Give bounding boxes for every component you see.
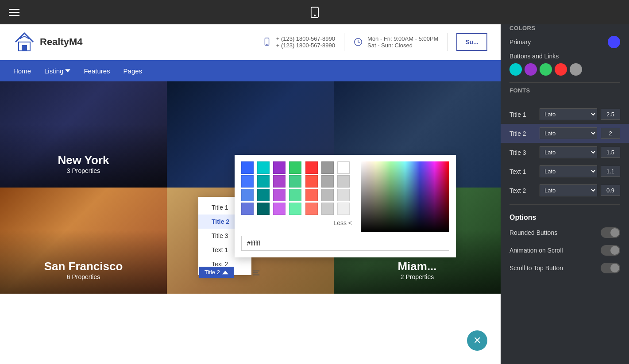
nav-pages[interactable]: Pages — [123, 67, 143, 75]
swatch-r2[interactable] — [305, 175, 318, 188]
picker-row: Less < — [241, 161, 449, 232]
svg-rect-3 — [22, 45, 27, 51]
close-button[interactable]: ✕ — [467, 330, 487, 351]
font-size-title1[interactable] — [601, 109, 620, 120]
swatch-lgt2[interactable] — [337, 189, 350, 201]
property-card-new-york[interactable]: New York 3 Properties — [0, 81, 167, 188]
swatch-purple[interactable] — [273, 161, 286, 174]
property-name-sf: San Francisco — [44, 260, 123, 273]
swatch-b4[interactable] — [241, 203, 254, 215]
font-select-text2[interactable]: Lato — [540, 184, 597, 196]
animation-scroll-toggle[interactable] — [601, 245, 620, 256]
chevron-up-icon — [222, 269, 228, 276]
btn-color-green[interactable] — [540, 63, 552, 76]
gradient-picker-area — [361, 161, 449, 232]
swatch-p2[interactable] — [273, 175, 286, 188]
options-label: Options — [509, 214, 536, 221]
divider2 — [447, 33, 448, 51]
swatch-gr4[interactable] — [321, 203, 334, 215]
nav-home[interactable]: Home — [13, 67, 31, 75]
swatch-p3[interactable] — [273, 189, 286, 201]
swatch-teal[interactable] — [257, 161, 270, 174]
font-name-title3: Title 3 — [509, 149, 536, 156]
nav-listing[interactable]: Listing — [44, 67, 70, 75]
swatch-gray[interactable] — [321, 161, 334, 174]
swatch-grid — [241, 161, 352, 215]
scroll-top-toggle[interactable] — [601, 263, 620, 273]
property-count-sf: 6 Properties — [67, 273, 100, 280]
option-animation-scroll: Animation on Scroll — [501, 241, 629, 259]
title2-label: Title 2 — [205, 269, 220, 276]
swatch-gr2[interactable] — [321, 175, 334, 188]
font-row-title3: Title 3 Lato — [501, 143, 629, 162]
site-nav: Home Listing Features Pages — [0, 60, 501, 81]
btn-color-teal[interactable] — [509, 63, 522, 76]
divider-options — [509, 204, 620, 205]
site-header: RealtyM4 + (123) 1800-567-8990 + (123) 1… — [0, 24, 501, 60]
hex-color-input[interactable] — [241, 236, 449, 251]
color-gradient[interactable] — [361, 161, 449, 232]
property-card-sf[interactable]: San Francisco 6 Properties — [0, 188, 167, 294]
swatch-b2[interactable] — [241, 175, 254, 188]
swatch-lgt3[interactable] — [337, 203, 350, 215]
swatch-green[interactable] — [289, 161, 301, 174]
property-count: 3 Properties — [67, 167, 100, 174]
font-row-text1: Text 1 Lato — [501, 162, 629, 181]
swatch-white[interactable] — [337, 161, 350, 174]
options-section-header: Options — [501, 209, 629, 224]
contact-info: + (123) 1800-567-8990 + (123) 1800-567-8… — [262, 33, 487, 51]
font-size-text2[interactable] — [601, 185, 620, 196]
mobile-preview-button[interactable] — [309, 6, 321, 19]
font-select-title3[interactable]: Lato — [540, 146, 597, 158]
swatch-b3[interactable] — [241, 189, 254, 201]
swatch-lgt[interactable] — [337, 175, 350, 188]
font-size-text1[interactable] — [601, 166, 620, 177]
property-name: New York — [58, 153, 109, 167]
phone-icon — [262, 37, 272, 47]
less-row: Less < — [241, 219, 352, 226]
font-row-text2: Text 2 Lato — [501, 181, 629, 200]
swatch-t3[interactable] — [257, 189, 270, 201]
font-size-title3[interactable] — [601, 147, 620, 158]
nav-features[interactable]: Features — [84, 67, 110, 75]
btn-color-purple[interactable] — [525, 63, 537, 76]
buttons-links-label: Buttons and Links — [509, 53, 620, 60]
title2-tooltip-button[interactable]: Title 2 — [199, 267, 234, 278]
swatch-g3[interactable] — [289, 189, 301, 201]
swatch-g2[interactable] — [289, 175, 301, 188]
swatch-r3[interactable] — [305, 189, 318, 201]
swatches-area: Less < — [241, 161, 352, 232]
font-name-title2: Title 2 — [509, 130, 536, 137]
swatch-gr3[interactable] — [321, 189, 334, 201]
hamburger-menu[interactable] — [9, 9, 19, 16]
subscribe-button[interactable]: Su... — [456, 33, 487, 51]
swatch-r4[interactable] — [305, 203, 318, 215]
swatch-blue[interactable] — [241, 161, 254, 174]
swatch-p4[interactable] — [273, 203, 286, 215]
chevron-down-icon — [65, 68, 70, 73]
font-select-title2[interactable]: Lato — [540, 127, 597, 139]
swatch-t2[interactable] — [257, 175, 270, 188]
font-size-title2[interactable] — [601, 128, 620, 139]
swatch-g4[interactable] — [289, 203, 301, 215]
btn-color-red[interactable] — [555, 63, 567, 76]
align-icon-button[interactable] — [252, 269, 260, 279]
hours-contact: Mon - Fri: 9:00AM - 5:00PM Sat - Sun: Cl… — [353, 35, 438, 49]
swatch-t4[interactable] — [257, 203, 270, 215]
font-select-text1[interactable]: Lato — [540, 165, 597, 177]
right-panel: Site Styles Colors Primary Buttons and L… — [501, 0, 629, 364]
swatch-red[interactable] — [305, 161, 318, 174]
property-name-miami: Miam... — [397, 260, 436, 273]
divider-fonts — [509, 82, 620, 83]
phone2-text: + (123) 1800-567-8990 — [276, 42, 335, 49]
btn-colors-row — [509, 63, 620, 76]
primary-color-label: Primary — [509, 38, 531, 46]
font-select-title1[interactable]: Lato — [540, 108, 597, 120]
primary-color-dot[interactable] — [608, 36, 620, 48]
less-button[interactable]: Less < — [241, 219, 352, 226]
align-icon — [252, 269, 260, 277]
option-rounded-buttons: Rounded Buttons — [501, 224, 629, 241]
rounded-buttons-toggle[interactable] — [601, 227, 620, 238]
btn-color-gray[interactable] — [570, 63, 582, 76]
primary-color-row: Primary — [509, 36, 620, 48]
